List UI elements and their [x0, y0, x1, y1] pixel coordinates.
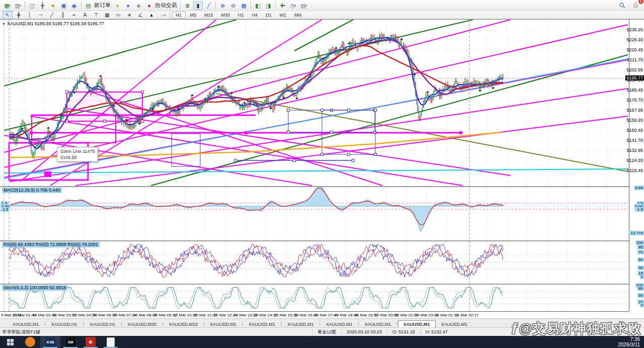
search-icon[interactable]: [617, 1, 627, 10]
status-item: H: 5132.47: [420, 329, 453, 334]
arrange-left-icon[interactable]: ◧: [253, 1, 263, 10]
chart-tab[interactable]: XAUUSD,M1: [398, 320, 436, 328]
dropdown-caret-icon: ▾: [164, 13, 166, 17]
arrange-right-icon[interactable]: ◨: [264, 1, 273, 10]
pane-separator-stoch[interactable]: [0, 284, 629, 285]
autotrading-icon[interactable]: ●: [144, 1, 154, 10]
chart-tab[interactable]: XAUUSD,M30: [122, 320, 163, 328]
fibonacci-tool[interactable]: ┅: [69, 11, 79, 19]
bar-chart-icon[interactable]: ≣: [183, 1, 192, 10]
more-arrows-tool[interactable]: →▾: [157, 11, 168, 19]
chart-canvas[interactable]: [0, 20, 629, 311]
new-order-icon[interactable]: ▤: [84, 1, 93, 10]
channel-tool[interactable]: ║: [58, 11, 68, 19]
timeframe-strip: M1M5M15M30H1H4D1W1MN: [172, 12, 305, 19]
chart-tab[interactable]: XAUUSD,M1: [7, 320, 45, 328]
chart-shift-icon[interactable]: ◫: [27, 1, 37, 10]
notifications-icon[interactable]: 1: [631, 1, 640, 10]
timeframe-m15[interactable]: M15: [201, 12, 217, 19]
chart-tab[interactable]: XAUUSD,M1: [359, 320, 397, 328]
start-button[interactable]: [0, 336, 20, 348]
gann-tool[interactable]: ∠: [135, 11, 145, 19]
candlestick-icon[interactable]: ▮: [193, 1, 203, 10]
xm-app-icon[interactable]: XM: [60, 336, 80, 348]
rsi-label[interactable]: RSI(9) 68.4363 RSI(5) 72.8958 RSI(5) 79.…: [2, 242, 100, 247]
pane-separator-macd[interactable]: [0, 186, 629, 187]
stoch-label[interactable]: Stoch(9,3,3) 100.0000 92.9918: [2, 285, 67, 291]
toolbar-separator: [25, 2, 25, 9]
text-tool[interactable]: A: [80, 11, 90, 19]
browser-app-icon[interactable]: [20, 336, 40, 348]
shapes-tool[interactable]: ∗: [124, 11, 134, 19]
new-order-icon-label[interactable]: 新订单: [94, 2, 111, 9]
price-tick: 5202.95: [626, 67, 643, 72]
status-bar: 寻求帮助,请按F1键 黄金12图2026.03.10 03:23O: 5131.…: [0, 327, 644, 336]
crosshair-tool[interactable]: ╋: [14, 11, 24, 19]
taskbar-clock[interactable]: 7:36 2026/3/11: [618, 336, 644, 347]
timeframe-mn[interactable]: MN: [291, 12, 305, 19]
timeframe-h1[interactable]: H1: [234, 12, 248, 19]
arrow-tool[interactable]: ▲: [146, 11, 156, 19]
cursor-tool[interactable]: ↖: [3, 11, 13, 19]
timeframe-h4[interactable]: H4: [249, 12, 262, 19]
price-tick: 5124.20: [626, 158, 643, 163]
chart-tab[interactable]: XAUUSD,M15: [163, 320, 203, 328]
stoch-axis-label: 80: [637, 286, 644, 291]
kvb-app-icon[interactable]: KVB: [40, 336, 60, 348]
trendline-tool[interactable]: ╱: [47, 11, 57, 19]
deposit-icon[interactable]: ●: [113, 1, 122, 10]
tile-windows-icon[interactable]: ▦: [239, 1, 249, 10]
timeframe-w1[interactable]: W1: [276, 12, 290, 19]
drawing-tool-strip: ↖╋│─╱║┅A⊤▦▭∗∠▲→▾: [2, 11, 168, 19]
dropdown-caret-icon: ▾: [305, 2, 307, 10]
red-app-icon-tile: 金: [86, 337, 96, 347]
time-axis[interactable]: 9 Mar 202610 Mar 01:4410 Mar 02:4810 Mar…: [0, 311, 629, 319]
green-trend-3: [151, 55, 628, 186]
dropdown-caret-icon: ▾: [9, 2, 11, 10]
chart-tab[interactable]: XAUUSD,M1: [243, 320, 281, 328]
toolbar-right: 1: [617, 1, 641, 10]
chart-tab[interactable]: XAUUSD,M1: [204, 320, 242, 328]
chart-tab[interactable]: XAUUSD,M1: [320, 320, 358, 328]
favorites-icon[interactable]: ★: [48, 1, 58, 10]
community-icon-glyph: ●: [126, 2, 130, 10]
autotrading-icon-label[interactable]: 自动交易: [155, 2, 177, 9]
signal-icon[interactable]: ◈: [134, 1, 143, 10]
red-app-icon[interactable]: 金: [80, 336, 101, 348]
chart-tab[interactable]: XAUUSD,H1: [46, 320, 83, 328]
timeframe-m5[interactable]: M5: [187, 12, 200, 19]
tooltip-line-1: Gann Line 11475: [60, 148, 95, 154]
chart-tab[interactable]: XAUUSD,M1: [436, 320, 473, 328]
templates-icon[interactable]: ▨▾: [299, 1, 308, 10]
indicators-icon[interactable]: ✚▾: [278, 1, 287, 10]
grid-tool[interactable]: ▦: [102, 11, 112, 19]
line-chart-icon[interactable]: ╱: [204, 1, 213, 10]
zoom-out-icon[interactable]: ⊖: [228, 1, 238, 10]
strategy-tester-icon[interactable]: ◉: [69, 1, 79, 10]
chart-tab[interactable]: XAUUSD,M1: [282, 320, 319, 328]
price-axis[interactable]: 5238.205229.205220.455211.705202.955194.…: [629, 20, 644, 311]
crosshair-mode-icon[interactable]: ╋: [38, 1, 47, 10]
community-icon[interactable]: ●: [123, 1, 133, 10]
new-chart-icon[interactable]: ▦▾: [3, 1, 12, 10]
timeframe-m1[interactable]: M1: [172, 12, 186, 19]
toolbar-separator: [81, 2, 82, 9]
rectangle-tool[interactable]: ▭: [113, 11, 123, 19]
horizontal-line-tool[interactable]: ─: [36, 11, 46, 19]
macd-axis-label: -12.774: [628, 231, 644, 235]
periods-icon[interactable]: ◷▾: [288, 1, 298, 10]
data-window-icon[interactable]: ▣: [59, 1, 68, 10]
timeframe-m30[interactable]: M30: [218, 12, 234, 19]
collapse-indicator-icon[interactable]: ▼: [2, 22, 6, 26]
zoom-in-icon[interactable]: ⊕: [218, 1, 227, 10]
label-tool[interactable]: ⊤: [91, 11, 101, 19]
pane-separator-rsi[interactable]: [0, 240, 629, 241]
price-tick: 5185.45: [626, 88, 643, 93]
timeframe-d1[interactable]: D1: [262, 12, 275, 19]
profiles-icon[interactable]: ▥▾: [13, 1, 23, 10]
macd-label[interactable]: MACD(12,26,9) 0.706 0.440: [2, 188, 62, 193]
toolbar-main: ▦▾▥▾◫╋★▣◉▤新订单●●◈●自动交易≣▮╱⊕⊖▦◧◨✚▾◷▾▨▾ 1: [0, 0, 644, 11]
notepad-app-icon[interactable]: [101, 336, 121, 348]
chart-tab[interactable]: XAUUSD,H1: [84, 320, 121, 328]
vertical-line-tool[interactable]: │: [25, 11, 35, 19]
